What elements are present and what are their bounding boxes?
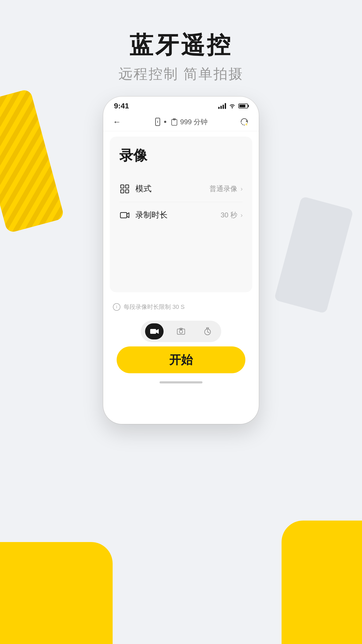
header-timer: 999 分钟 [171, 117, 208, 127]
svg-rect-8 [125, 185, 129, 188]
video-tab-icon [150, 328, 159, 335]
mode-label: 模式 [135, 183, 152, 194]
svg-point-6 [245, 123, 248, 126]
decorative-yellow-bottom-right [282, 521, 362, 644]
clipboard-icon [171, 118, 178, 126]
mode-chevron: › [241, 185, 243, 193]
header-area: 蓝牙遥控 远程控制 简单拍摄 [0, 32, 362, 83]
decorative-yellow-bottom-left [0, 542, 113, 644]
refresh-icon [239, 117, 249, 127]
grid-icon [119, 184, 130, 194]
photo-tab[interactable] [172, 323, 190, 339]
svg-rect-4 [172, 119, 177, 125]
home-indicator [160, 381, 202, 383]
settings-card: 录像 模式 普通录像 › [110, 137, 252, 292]
main-title: 蓝牙遥控 [0, 32, 362, 58]
timer-value: 999 分钟 [180, 117, 208, 127]
sub-title: 远程控制 简单拍摄 [0, 65, 362, 83]
svg-rect-9 [121, 190, 124, 193]
duration-row[interactable]: 录制时长 30 秒 › [119, 202, 243, 228]
photo-tab-icon [177, 328, 185, 335]
svg-rect-11 [120, 213, 127, 218]
svg-point-0 [232, 107, 233, 108]
wifi-icon [229, 103, 236, 109]
status-bar: 9:41 [103, 97, 259, 113]
mode-row[interactable]: 模式 普通录像 › [119, 176, 243, 202]
svg-point-14 [179, 330, 183, 333]
battery-icon [238, 104, 248, 108]
decorative-gray-shape [274, 196, 354, 314]
svg-rect-10 [125, 190, 129, 193]
start-button-label: 开始 [169, 352, 193, 368]
duration-label: 录制时长 [135, 210, 168, 221]
svg-line-18 [208, 332, 209, 333]
timer-tab[interactable] [198, 323, 217, 339]
phone-mockup: 9:41 ← [103, 97, 259, 424]
status-icons [218, 103, 248, 109]
info-bar: i 每段录像时长限制 30 S [103, 298, 259, 316]
svg-rect-12 [150, 329, 156, 334]
device-icon [153, 117, 166, 127]
duration-chevron: › [241, 211, 243, 219]
settings-title: 录像 [119, 146, 243, 165]
device-status-dot [164, 121, 166, 123]
duration-row-left: 录制时长 [119, 210, 168, 221]
video-tab[interactable] [145, 323, 164, 339]
back-button[interactable]: ← [113, 117, 121, 126]
info-text: 每段录像时长限制 30 S [124, 303, 184, 311]
timer-tab-icon [204, 327, 211, 335]
header-center: 999 分钟 [153, 117, 208, 127]
video-icon [119, 210, 130, 221]
svg-rect-7 [121, 185, 124, 188]
decorative-stripe-left [0, 89, 65, 233]
app-header: ← 999 分钟 [103, 113, 259, 131]
tab-bar [141, 321, 221, 342]
signal-bars-icon [218, 103, 226, 109]
svg-rect-19 [206, 328, 209, 329]
status-time: 9:41 [114, 102, 129, 110]
mode-value: 普通录像 › [209, 184, 243, 193]
start-button[interactable]: 开始 [117, 346, 245, 373]
duration-value: 30 秒 › [221, 210, 243, 220]
bluetooth-device-icon [153, 117, 162, 127]
refresh-button[interactable] [239, 117, 249, 127]
info-icon: i [113, 303, 120, 311]
mode-row-left: 模式 [119, 183, 152, 194]
